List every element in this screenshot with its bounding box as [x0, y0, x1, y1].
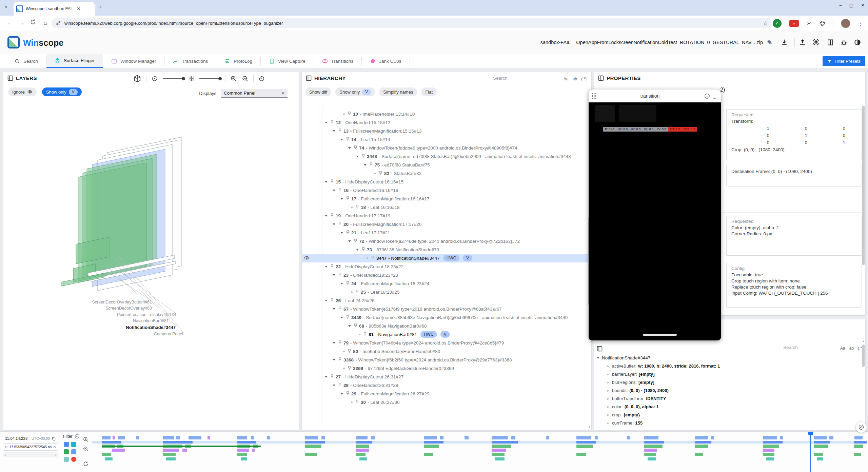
match-case-icon[interactable]: Aa [840, 346, 845, 351]
drag-handle-icon[interactable] [592, 93, 596, 99]
spacing-slider[interactable] [199, 78, 220, 79]
pin-icon[interactable] [348, 112, 351, 116]
hierarchy-node-10[interactable]: 10- ImePlaceholder:13:14#10 [302, 110, 588, 118]
back-icon[interactable]: ← [6, 19, 14, 27]
hierarchy-node-12[interactable]: 12- OneHanded:15:15#12 [302, 118, 588, 127]
expand-arrow-icon[interactable] [325, 181, 328, 183]
shortcuts-command-icon[interactable]: ⌘ [812, 39, 820, 46]
pin-icon[interactable] [338, 222, 342, 226]
pin-icon[interactable] [363, 332, 367, 336]
pin-icon[interactable] [330, 298, 334, 302]
hierarchy-node-26[interactable]: 26- Leaf:24:25#26 [302, 296, 588, 305]
match-word-icon[interactable]: ab [849, 346, 854, 351]
hierarchy-node-15[interactable]: 15- HideDisplayCutout:16:16#15 [302, 178, 588, 186]
report-bug-icon[interactable] [840, 39, 848, 46]
curr-root-row[interactable]: NotificationShade#3447 [597, 355, 650, 360]
3d-view-cube-icon[interactable] [133, 75, 141, 83]
reload-icon[interactable] [30, 19, 38, 27]
url-text[interactable]: winscope.teams.x20web.corp.google.com/pr… [64, 21, 763, 26]
property-row[interactable]: dataspace:BT709 sRGB Full range [607, 429, 855, 429]
displays-select[interactable]: Common Panel▼ [221, 89, 288, 98]
expand-arrow-icon[interactable] [333, 359, 335, 361]
scissors-extension-icon[interactable]: ✂ [807, 20, 811, 27]
hierarchy-node-82[interactable]: 82- StatusBar#82 [302, 169, 588, 178]
hierarchy-node-3447[interactable]: 3447- NotificationShade#3447HWCV [302, 254, 588, 262]
tab-transactions[interactable]: Transactions [164, 54, 216, 68]
expand-arrow-icon[interactable] [348, 325, 351, 327]
pin-icon[interactable] [330, 264, 334, 269]
hierarchy-node-22[interactable]: 22- HideDisplayCutout:18:23#22 [302, 262, 588, 271]
expand-arrow-icon[interactable] [333, 190, 335, 191]
hierarchy-node-13[interactable]: 13- FullscreenMagnification:15:15#13 [302, 127, 588, 135]
flat-chip[interactable]: Flat [421, 87, 437, 96]
zoom-in-icon[interactable] [230, 75, 237, 82]
spacing-icon[interactable] [189, 76, 195, 82]
documentation-book-icon[interactable] [827, 39, 834, 46]
hierarchy-node-21[interactable]: 21- Leaf:17:17#21 [302, 229, 588, 237]
pin-icon[interactable] [354, 239, 357, 243]
hierarchy-node-73[interactable]: 73- 8736138 NotificationShade#73 [302, 245, 588, 254]
show-only-chip[interactable]: Show only V [42, 87, 82, 96]
property-row[interactable]: color:(0, 0, 0), alpha: 1 [607, 404, 855, 409]
curr-search-input[interactable]: Search [783, 344, 837, 351]
hierarchy-node-67[interactable]: 67- WindowToken{e5176f9 type=2019 androi… [302, 305, 588, 313]
expand-arrow-icon[interactable] [348, 147, 351, 149]
property-row[interactable]: bounds:(0, 0) - (1080, 2400) [607, 388, 855, 393]
panel-toggle-icon[interactable] [597, 346, 603, 352]
screenshot-overlay-card[interactable]: transition _ P: 0 / 1dX: 0.0dY: 0.0Xv: 0… [589, 90, 721, 340]
pin-icon[interactable] [355, 400, 359, 404]
hierarchy-node-30[interactable]: 30- Leaf:26:27#30 [302, 398, 588, 407]
hierarchy-node-14[interactable]: 14- Leaf:15:15#14 [302, 135, 588, 144]
rotation-icon[interactable] [151, 75, 158, 82]
site-settings-icon[interactable] [56, 20, 61, 26]
home-icon[interactable]: ⌂ [41, 19, 50, 27]
pin-icon[interactable] [338, 188, 342, 192]
pin-icon[interactable] [371, 256, 375, 260]
pin-icon[interactable] [346, 315, 350, 319]
hierarchy-node-3448[interactable]: 3448- Surface(name=ed70f88 StatusBar)/@0… [302, 152, 588, 161]
property-row[interactable]: crop:{empty} [607, 412, 855, 417]
expand-arrow-icon[interactable] [333, 223, 335, 225]
tab-view-capture[interactable]: View Capture [261, 54, 314, 68]
timeline-tracks[interactable] [0, 432, 868, 472]
profile-avatar[interactable] [841, 19, 850, 28]
reset-view-history-icon[interactable] [258, 75, 265, 82]
hierarchy-node-18[interactable]: 18- Leaf:16:16#18 [302, 203, 588, 212]
hierarchy-search-input[interactable]: Search [492, 75, 552, 82]
expand-timeline-button[interactable] [856, 422, 867, 433]
pin-icon[interactable] [338, 307, 342, 311]
expand-arrow-icon[interactable] [340, 198, 343, 200]
pin-icon[interactable] [338, 340, 342, 345]
pin-icon[interactable] [338, 273, 342, 277]
pin-icon[interactable] [330, 213, 334, 218]
expand-arrow-icon[interactable] [333, 274, 335, 276]
pin-icon[interactable] [361, 247, 365, 252]
timeline-playhead[interactable] [810, 432, 811, 472]
tab-window-manager[interactable]: Window Manager [103, 54, 164, 68]
property-row[interactable]: bufferTransform:IDENTITY [607, 396, 855, 401]
upload-icon[interactable] [799, 39, 806, 46]
bookmark-star-icon[interactable]: ☆ [763, 20, 768, 26]
download-icon[interactable] [781, 39, 788, 46]
pin-icon[interactable] [346, 281, 350, 286]
pin-icon[interactable] [354, 145, 357, 150]
property-row[interactable]: currFrame:155 [607, 420, 855, 426]
forward-icon[interactable]: → [18, 19, 26, 27]
property-row[interactable]: blurRegions:[empty] [607, 380, 855, 385]
pin-icon[interactable] [346, 391, 350, 396]
hierarchy-node-74[interactable]: 74- WindowToken{fdddbe6 type=2000 androi… [302, 144, 588, 152]
zoom-out-icon[interactable] [242, 75, 249, 82]
info-icon[interactable] [704, 93, 710, 99]
rotation-slider[interactable] [163, 78, 184, 79]
property-row[interactable]: activeBuffer:w: 1080, h: 2400, stride: 2… [607, 363, 855, 369]
expand-arrow-icon[interactable] [325, 122, 328, 123]
hierarchy-node-75[interactable]: 75- ed70f88 StatusBar#75 [302, 161, 588, 169]
pin-icon[interactable] [369, 162, 373, 167]
pin-icon[interactable] [338, 129, 342, 133]
pin-icon[interactable] [348, 349, 351, 353]
extensions-puzzle-icon[interactable] [819, 20, 826, 27]
window-maximize-icon[interactable]: ▢ [849, 3, 853, 8]
pin-icon[interactable] [330, 374, 334, 379]
kebab-menu-icon[interactable]: ⋮ [858, 20, 863, 27]
hierarchy-node-28[interactable]: 28- OneHanded:26:31#28 [302, 381, 588, 390]
